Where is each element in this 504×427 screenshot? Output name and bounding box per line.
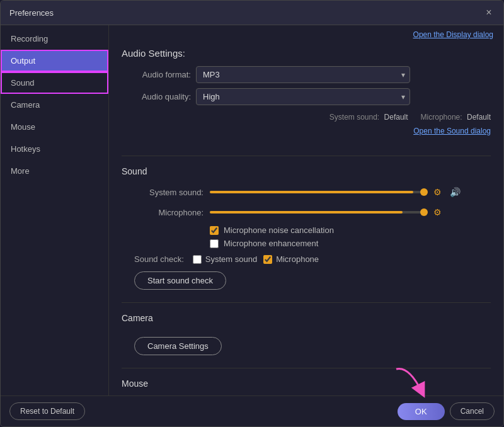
audio-quality-dropdown-wrapper: Low Medium High Very High ▾ <box>196 88 410 105</box>
audio-format-label: Audio format: <box>122 70 191 79</box>
audio-format-select[interactable]: MP3 WAV AAC FLAC <box>196 66 410 83</box>
microphone-slider-label: Microphone: <box>122 208 203 217</box>
reset-to-default-button[interactable]: Reset to Default <box>9 402 85 420</box>
enhancement-checkbox[interactable] <box>210 239 219 248</box>
microphone-slider-track[interactable] <box>210 211 424 214</box>
start-sound-check-button[interactable]: Start sound check <box>134 271 226 290</box>
microphone-slider-thumb <box>420 208 428 216</box>
system-sound-icons: ⚙ 🔊 <box>430 185 462 199</box>
mouse-heading: Mouse <box>122 379 491 389</box>
noise-cancellation-label: Microphone noise cancellation <box>224 225 334 235</box>
cancel-button[interactable]: Cancel <box>450 402 495 420</box>
system-sound-check-label: System sound <box>205 254 257 264</box>
microphone-check-checkbox[interactable] <box>263 255 272 264</box>
divider-3 <box>122 368 491 368</box>
window-title: Preferences <box>9 8 54 18</box>
microphone-check-label: Microphone <box>276 254 319 264</box>
system-sound-slider-label: System sound: <box>122 188 203 197</box>
divider-1 <box>122 156 491 156</box>
mouse-section: Mouse Show mouse cursor ★ <box>109 371 503 396</box>
ok-button[interactable]: OK <box>398 403 445 420</box>
sidebar-item-hotkeys[interactable]: Hotkeys <box>1 138 108 160</box>
system-sound-info-label: System sound: Default <box>329 113 408 122</box>
audio-quality-row: Audio quality: Low Medium High Very High… <box>122 88 491 105</box>
preferences-window: Preferences × Recording Output Sound Cam… <box>0 0 504 427</box>
close-button[interactable]: × <box>483 7 495 18</box>
title-bar: Preferences × <box>1 1 503 25</box>
system-sound-settings-icon[interactable]: ⚙ <box>430 185 444 199</box>
sound-check-label: Sound check: <box>134 254 184 264</box>
divider-2 <box>122 302 491 303</box>
sound-check-row: Sound check: System sound Microphone <box>134 254 491 264</box>
enhancement-label: Microphone enhancement <box>224 239 318 248</box>
system-sound-info: System sound: Default Microphone: Defaul… <box>191 110 491 124</box>
footer-right: OK Cancel <box>398 402 495 420</box>
sidebar-item-more[interactable]: More <box>1 160 108 182</box>
audio-settings-section: Audio Settings: Audio format: MP3 WAV AA… <box>109 42 503 153</box>
sidebar-item-recording[interactable]: Recording <box>1 28 108 50</box>
system-sound-slider-thumb <box>420 188 428 196</box>
open-display-link[interactable]: Open the Display dialog <box>109 25 503 42</box>
camera-heading: Camera <box>122 313 491 323</box>
microphone-slider-row: Microphone: ⚙ <box>122 205 491 219</box>
sound-heading: Sound <box>122 166 491 176</box>
audio-settings-heading: Audio Settings: <box>122 48 491 59</box>
system-sound-volume-icon[interactable]: 🔊 <box>448 185 462 199</box>
sidebar-item-camera[interactable]: Camera <box>1 94 108 116</box>
sound-section: Sound System sound: ⚙ 🔊 <box>109 159 503 300</box>
microphone-check-item: Microphone <box>263 254 319 264</box>
system-sound-slider-fill <box>210 191 413 193</box>
audio-format-dropdown-wrapper: MP3 WAV AAC FLAC ▾ <box>196 66 410 83</box>
audio-quality-label: Audio quality: <box>122 92 191 101</box>
microphone-icons: ⚙ <box>430 205 444 219</box>
microphone-settings-icon[interactable]: ⚙ <box>430 205 444 219</box>
microphone-info-label: Microphone: Default <box>421 113 491 122</box>
main-content: Recording Output Sound Camera Mouse Hotk… <box>1 25 503 396</box>
sidebar-item-mouse[interactable]: Mouse <box>1 116 108 138</box>
system-sound-check-item: System sound <box>193 254 257 264</box>
sidebar-item-output[interactable]: Output <box>1 50 108 72</box>
content-area: Open the Display dialog Audio Settings: … <box>109 25 503 396</box>
enhancement-row: Microphone enhancement <box>210 239 491 248</box>
sidebar: Recording Output Sound Camera Mouse Hotk… <box>1 25 109 396</box>
system-sound-slider-row: System sound: ⚙ 🔊 <box>122 185 491 199</box>
noise-cancellation-checkbox[interactable] <box>210 226 219 235</box>
audio-format-row: Audio format: MP3 WAV AAC FLAC ▾ <box>122 66 491 83</box>
system-sound-slider-track[interactable] <box>210 191 424 193</box>
camera-section: Camera Camera Settings <box>109 305 503 365</box>
camera-settings-button[interactable]: Camera Settings <box>134 337 222 355</box>
footer: Reset to Default OK Cancel <box>1 396 503 426</box>
audio-quality-select[interactable]: Low Medium High Very High <box>196 88 410 105</box>
noise-cancellation-row: Microphone noise cancellation <box>210 225 491 235</box>
sidebar-item-sound[interactable]: Sound <box>1 72 108 94</box>
system-sound-check-checkbox[interactable] <box>193 255 202 264</box>
open-sound-link[interactable]: Open the Sound dialog <box>122 125 491 140</box>
microphone-slider-fill <box>210 211 403 214</box>
